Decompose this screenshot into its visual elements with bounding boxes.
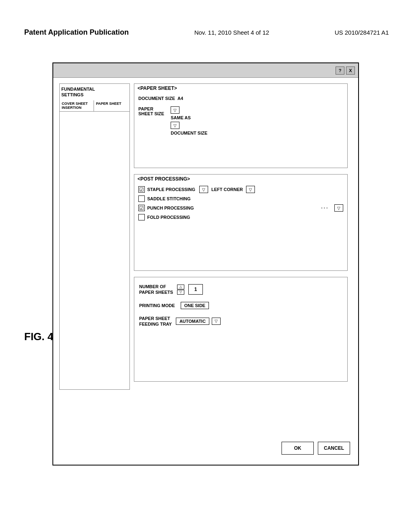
tray-dropdown[interactable]: ▽: [212, 318, 221, 325]
tray-value-area: AUTOMATIC ▽: [176, 318, 221, 325]
fold-processing-row: FOLD PROCESSING: [138, 214, 343, 220]
publication-label: Patent Application Publication: [24, 28, 129, 37]
help-button[interactable]: ?: [336, 66, 344, 75]
left-panel-title: FUNDAMENTAL SETTINGS: [60, 84, 129, 100]
paper-size-val1: SAME AS: [171, 115, 191, 120]
paper-size-dropdown[interactable]: ▽: [171, 106, 179, 114]
num-value-display: 1: [188, 284, 203, 295]
paper-label-2: SHEET SIZE: [138, 111, 164, 116]
ok-button[interactable]: OK: [282, 442, 314, 455]
saddle-stitching-row: SADDLE STITCHING: [138, 195, 343, 202]
left-panel-tabs: COVER SHEET INSERTION PAPER SHEET: [60, 100, 129, 112]
num-label: NUMBER OF PAPER SHEETS: [139, 284, 173, 295]
dialog-buttons: OK CANCEL: [282, 442, 350, 455]
staple-processing-row: ☑ STAPLE PROCESSING ▽ LEFT CORNER ▽: [138, 186, 343, 193]
paper-size-val2: DOCUMENT SIZE: [171, 131, 207, 135]
document-size-row: DOCUMENT SIZE A4: [138, 96, 343, 101]
staple-label: STAPLE PROCESSING: [147, 187, 195, 192]
document-size-value: A4: [177, 96, 183, 101]
tray-label: PAPER SHEET FEEDING TRAY: [139, 316, 172, 327]
tab-cover-sheet[interactable]: COVER SHEET INSERTION: [60, 100, 94, 112]
figure-label: FIG. 4: [24, 330, 53, 343]
document-size-label: DOCUMENT SIZE: [138, 96, 175, 101]
fold-checkbox[interactable]: [138, 214, 145, 220]
staple-checkbox[interactable]: ☑: [138, 186, 145, 193]
bottom-section: NUMBER OF PAPER SHEETS △ ▽ 1 PRINTING MO…: [134, 277, 348, 382]
post-processing-title: <POST PROCESSING>: [134, 175, 347, 183]
printing-mode-row: PRINTING MODE ONE SIDE: [134, 299, 347, 312]
punch-dropdown[interactable]: ▽: [334, 204, 343, 212]
page-header: Patent Application Publication Nov. 11, …: [0, 28, 413, 37]
saddle-label: SADDLE STITCHING: [147, 196, 191, 201]
printing-mode-value: ONE SIDE: [181, 302, 209, 309]
punch-label: PUNCH PROCESSING: [147, 206, 194, 210]
tray-value: AUTOMATIC: [176, 318, 209, 325]
dots-menu[interactable]: ···: [321, 204, 329, 212]
feeding-tray-row: PAPER SHEET FEEDING TRAY AUTOMATIC ▽: [134, 312, 347, 330]
paper-size-dropdown2[interactable]: ▽: [171, 122, 179, 129]
num-stepper[interactable]: △ ▽: [177, 285, 184, 295]
paper-size-value-area: ▽ SAME AS ▽ DOCUMENT SIZE: [171, 106, 207, 136]
paper-size-display: SAME AS: [171, 115, 207, 120]
left-panel: FUNDAMENTAL SETTINGS COVER SHEET INSERTI…: [59, 83, 130, 390]
post-processing-section: <POST PROCESSING> ☑ STAPLE PROCESSING ▽ …: [134, 174, 348, 271]
punch-checkbox[interactable]: ☑: [138, 205, 145, 211]
window-chrome: ? X: [53, 63, 358, 78]
saddle-checkbox[interactable]: [138, 195, 145, 202]
paper-size-val2-wrap: DOCUMENT SIZE: [171, 129, 207, 136]
fold-label: FOLD PROCESSING: [147, 215, 190, 220]
dialog-box: ? X FUNDAMENTAL SETTINGS COVER SHEET INS…: [52, 62, 359, 466]
staple-dropdown[interactable]: ▽: [199, 186, 208, 193]
punch-processing-row: ☑ PUNCH PROCESSING ··· ▽: [138, 204, 343, 212]
printing-mode-label: PRINTING MODE: [139, 303, 175, 308]
cancel-button[interactable]: CANCEL: [318, 442, 350, 455]
paper-sheet-title: <PAPER SHEET>: [134, 84, 347, 93]
paper-size-row: PAPER SHEET SIZE ▽ SAME AS ▽ DOCUMENT SI…: [138, 106, 343, 136]
publication-date: Nov. 11, 2010 Sheet 4 of 12: [194, 29, 269, 36]
paper-sheet-section: <PAPER SHEET> DOCUMENT SIZE A4 PAPER SHE…: [134, 83, 348, 168]
staple-position-dropdown[interactable]: ▽: [246, 186, 255, 193]
num-down-arrow[interactable]: ▽: [177, 290, 184, 295]
num-paper-sheets-row: NUMBER OF PAPER SHEETS △ ▽ 1: [134, 277, 347, 299]
tab-paper-sheet[interactable]: PAPER SHEET: [94, 100, 123, 112]
num-up-arrow[interactable]: △: [177, 285, 184, 289]
close-button[interactable]: X: [346, 66, 355, 75]
paper-label-1: PAPER: [138, 106, 164, 111]
staple-value: LEFT CORNER: [211, 187, 243, 192]
publication-number: US 2010/284721 A1: [335, 29, 389, 36]
paper-size-labels: PAPER SHEET SIZE: [138, 106, 164, 116]
